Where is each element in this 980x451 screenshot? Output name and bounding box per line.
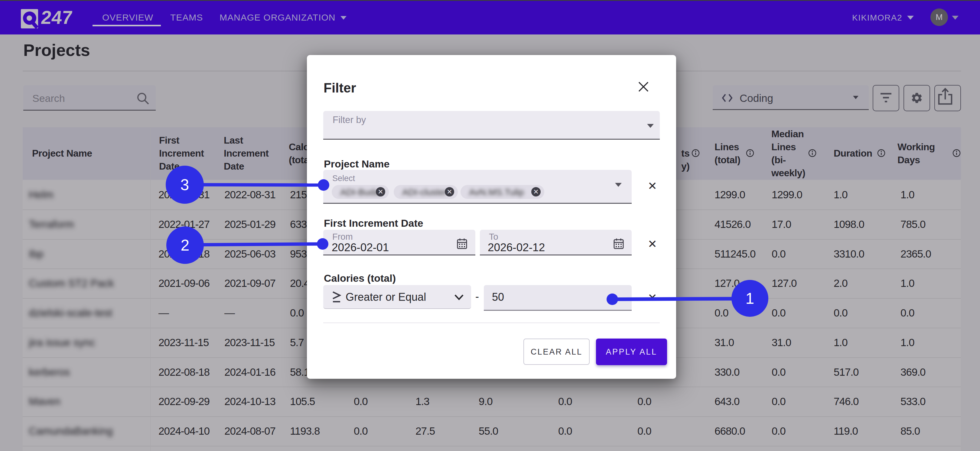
svg-text:2: 2	[181, 237, 189, 254]
svg-text:3: 3	[181, 176, 189, 194]
svg-text:1: 1	[746, 290, 754, 307]
